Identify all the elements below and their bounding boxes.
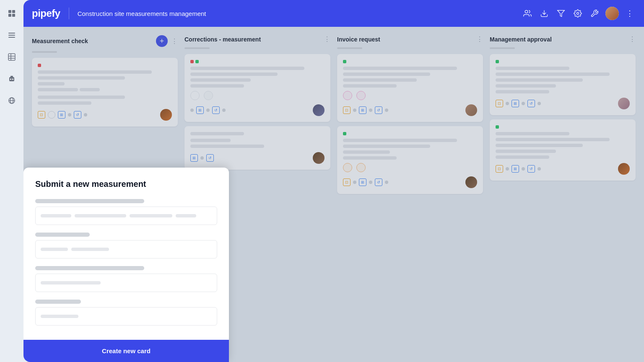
form-label-2: [35, 233, 90, 237]
form-input-1[interactable]: [35, 207, 217, 225]
modal-footer: Create new card: [23, 340, 229, 362]
svg-rect-11: [9, 77, 14, 81]
svg-rect-1: [12, 10, 15, 13]
form-input-4[interactable]: [35, 307, 217, 326]
header-title: Construction site measurements managemen…: [78, 10, 206, 17]
sidebar-icon-list[interactable]: [5, 28, 18, 42]
form-label-1: [35, 199, 144, 203]
form-label-4: [35, 300, 81, 304]
svg-rect-7: [8, 54, 15, 60]
sidebar-icon-grid[interactable]: [5, 7, 18, 20]
main-content: pipefy Construction site measurements ma…: [23, 0, 644, 362]
svg-point-18: [525, 10, 528, 13]
create-card-button[interactable]: Create new card: [102, 347, 151, 354]
svg-rect-12: [10, 76, 13, 78]
export-icon[interactable]: [538, 8, 550, 19]
new-card-modal: Submit a new measurement: [23, 168, 229, 362]
sidebar: [0, 0, 23, 362]
wrench-icon[interactable]: [589, 8, 600, 19]
svg-point-21: [577, 13, 579, 15]
users-icon[interactable]: [522, 8, 533, 19]
header: pipefy Construction site measurements ma…: [23, 0, 644, 27]
svg-rect-6: [8, 37, 15, 38]
svg-rect-5: [8, 35, 15, 36]
form-label-3: [35, 266, 144, 270]
header-divider: [69, 8, 69, 19]
sidebar-icon-globe[interactable]: [5, 94, 18, 107]
filter-icon[interactable]: [555, 8, 567, 19]
modal-body: Submit a new measurement: [23, 168, 229, 340]
svg-rect-0: [8, 10, 11, 13]
more-options-icon[interactable]: ⋮: [624, 8, 636, 19]
logo-text: pipefy: [32, 8, 60, 19]
svg-marker-20: [558, 10, 565, 17]
svg-rect-3: [12, 14, 15, 17]
board-area: Measurement check + ⋮: [23, 27, 644, 362]
svg-rect-2: [8, 14, 11, 17]
settings-icon[interactable]: [572, 8, 584, 19]
modal-title: Submit a new measurement: [35, 179, 217, 189]
form-input-3[interactable]: [35, 274, 217, 292]
sidebar-icon-bot[interactable]: [5, 72, 18, 85]
user-avatar[interactable]: [605, 7, 619, 20]
logo: pipefy: [32, 8, 60, 19]
sidebar-icon-table[interactable]: [5, 50, 18, 64]
svg-point-13: [10, 79, 11, 80]
svg-point-14: [12, 79, 13, 80]
form-input-2[interactable]: [35, 240, 217, 259]
header-actions: ⋮: [522, 7, 636, 20]
svg-rect-4: [8, 33, 15, 34]
